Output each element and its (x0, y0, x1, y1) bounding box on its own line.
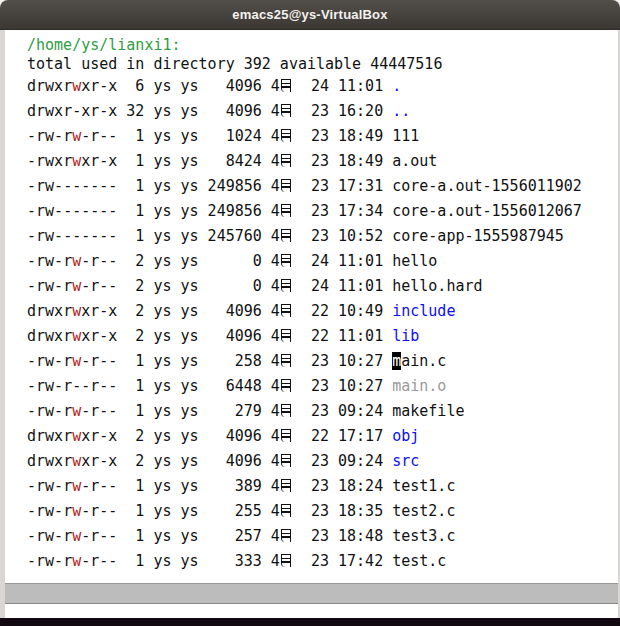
file-name[interactable]: include (392, 302, 455, 320)
dired-row: -rw-rw-r-- 2 ys ys 0 4 24 11:01 hello.ha… (27, 274, 618, 299)
echo-area[interactable] (5, 604, 618, 618)
dired-row: -rw-rw-r-- 1 ys ys 258 4 23 10:27 main.c (27, 349, 618, 374)
file-meta: 1 ys ys 258 (117, 352, 271, 370)
dired-row: -rw-rw-r-- 1 ys ys 333 4 23 17:42 test.c (27, 549, 618, 574)
file-month: 4 (271, 252, 293, 270)
file-name[interactable]: 111 (392, 127, 419, 145)
file-meta: 32 ys ys 4096 (117, 102, 271, 120)
file-name[interactable]: test1.c (392, 477, 455, 495)
dired-row: drwxrwxr-x 6 ys ys 4096 4 24 11:01 . (27, 74, 618, 99)
file-date-time: 23 09:24 (293, 452, 392, 470)
cjk-month-glyph (281, 354, 291, 367)
file-name[interactable]: main.c (392, 352, 446, 370)
file-month: 4 (271, 402, 293, 420)
cjk-month-glyph (281, 104, 291, 117)
dired-row: -rw------- 1 ys ys 245760 4 23 10:52 cor… (27, 224, 618, 249)
cjk-month-glyph (281, 79, 291, 92)
dired-row: -rw-r--r-- 1 ys ys 6448 4 23 10:27 main.… (27, 374, 618, 399)
file-meta: 1 ys ys 333 (117, 552, 271, 570)
dired-buffer[interactable]: /home/ys/lianxi1: total used in director… (5, 30, 618, 583)
cjk-month-glyph (281, 254, 291, 267)
cjk-month-glyph (281, 179, 291, 192)
file-date-time: 23 16:20 (293, 102, 392, 120)
file-meta: 1 ys ys 255 (117, 502, 271, 520)
file-name[interactable]: makefile (392, 402, 464, 420)
cjk-month-glyph (281, 429, 291, 442)
file-permissions: -rw-r--r-- (27, 377, 117, 395)
cjk-month-glyph (281, 329, 291, 342)
file-month: 4 (271, 102, 293, 120)
file-month: 4 (271, 152, 293, 170)
file-month: 4 (271, 327, 293, 345)
file-name[interactable]: main.o (392, 377, 446, 395)
file-month: 4 (271, 77, 293, 95)
file-meta: 1 ys ys 249856 (117, 202, 271, 220)
file-meta: 1 ys ys 249856 (117, 177, 271, 195)
file-month: 4 (271, 127, 293, 145)
cjk-month-glyph (281, 304, 291, 317)
file-meta: 2 ys ys 4096 (117, 302, 271, 320)
cjk-month-glyph (281, 379, 291, 392)
file-meta: 1 ys ys 6448 (117, 377, 271, 395)
file-date-time: 23 18:24 (293, 477, 392, 495)
file-date-time: 23 10:27 (293, 352, 392, 370)
file-date-time: 22 11:01 (293, 327, 392, 345)
file-date-time: 24 11:01 (293, 252, 392, 270)
file-permissions: drwxrwxr-x (27, 302, 117, 320)
cjk-month-glyph (281, 404, 291, 417)
file-month: 4 (271, 377, 293, 395)
file-name[interactable]: test3.c (392, 527, 455, 545)
file-permissions: -rwxrwxr-x (27, 152, 117, 170)
dired-row: -rw-rw-r-- 1 ys ys 279 4 23 09:24 makefi… (27, 399, 618, 424)
dired-row: drwxr-xr-x 32 ys ys 4096 4 23 16:20 .. (27, 99, 618, 124)
cjk-month-glyph (281, 554, 291, 567)
file-month: 4 (271, 302, 293, 320)
file-name[interactable]: core-a.out-1556012067 (392, 202, 582, 220)
file-name[interactable]: hello.hard (392, 277, 482, 295)
file-name[interactable]: . (392, 77, 401, 95)
file-name[interactable]: a.out (392, 152, 437, 170)
dired-row: drwxrwxr-x 2 ys ys 4096 4 23 09:24 src (27, 449, 618, 474)
window-title: emacs25@ys-VirtualBox (232, 7, 387, 22)
dired-row: drwxrwxr-x 2 ys ys 4096 4 22 17:17 obj (27, 424, 618, 449)
dired-row: -rw-rw-r-- 1 ys ys 1024 4 23 18:49 111 (27, 124, 618, 149)
file-month: 4 (271, 527, 293, 545)
file-name[interactable]: .. (392, 102, 410, 120)
file-permissions: -rw-rw-r-- (27, 252, 117, 270)
file-meta: 1 ys ys 257 (117, 527, 271, 545)
cjk-month-glyph (281, 229, 291, 242)
file-month: 4 (271, 202, 293, 220)
file-date-time: 22 10:49 (293, 302, 392, 320)
dired-header-path: /home/ys/lianxi1: (27, 36, 618, 55)
file-permissions: -rw------- (27, 202, 117, 220)
file-meta: 2 ys ys 0 (117, 277, 271, 295)
file-name[interactable]: test.c (392, 552, 446, 570)
file-month: 4 (271, 277, 293, 295)
file-meta: 1 ys ys 8424 (117, 152, 271, 170)
file-date-time: 23 10:52 (293, 227, 392, 245)
file-name[interactable]: lib (392, 327, 419, 345)
file-name[interactable]: test2.c (392, 502, 455, 520)
file-name[interactable]: core-app-1555987945 (392, 227, 564, 245)
file-permissions: -rw-rw-r-- (27, 277, 117, 295)
cjk-month-glyph (281, 479, 291, 492)
file-date-time: 23 17:34 (293, 202, 392, 220)
window-title-bar[interactable]: emacs25@ys-VirtualBox (0, 0, 620, 30)
file-name[interactable]: core-a.out-1556011902 (392, 177, 582, 195)
file-permissions: -rw------- (27, 177, 117, 195)
file-date-time: 22 17:17 (293, 427, 392, 445)
file-permissions: -rw-rw-r-- (27, 552, 117, 570)
file-permissions: -rw-rw-r-- (27, 477, 117, 495)
file-date-time: 23 18:49 (293, 127, 392, 145)
cjk-month-glyph (281, 154, 291, 167)
file-name[interactable]: hello (392, 252, 437, 270)
file-permissions: -rw-rw-r-- (27, 502, 117, 520)
file-permissions: -rw-rw-r-- (27, 127, 117, 145)
file-name[interactable]: obj (392, 427, 419, 445)
file-name[interactable]: src (392, 452, 419, 470)
file-month: 4 (271, 477, 293, 495)
cjk-month-glyph (281, 279, 291, 292)
dired-total-line: total used in directory 392 available 44… (27, 55, 618, 74)
file-date-time: 23 17:42 (293, 552, 392, 570)
file-month: 4 (271, 227, 293, 245)
